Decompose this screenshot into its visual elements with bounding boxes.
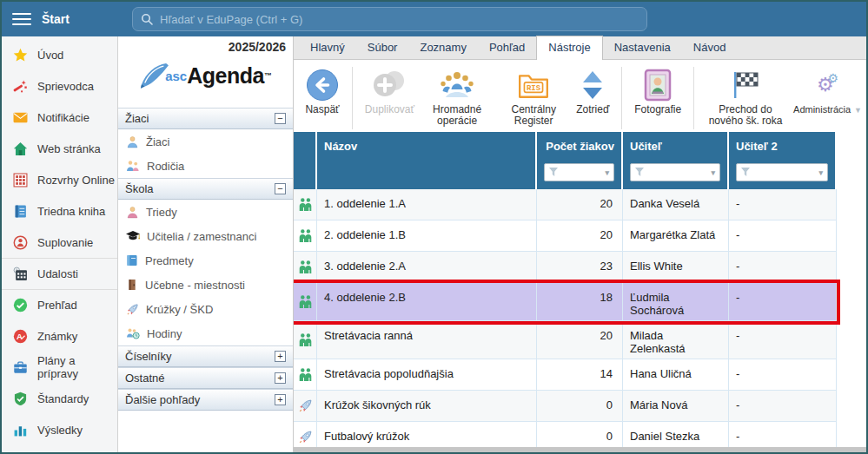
cell-count: 18	[537, 283, 623, 320]
sidebar-item-udalosti[interactable]: Udalosti	[2, 258, 117, 289]
hamburger-menu-icon[interactable]	[12, 10, 31, 29]
cell-count: 0	[537, 391, 623, 421]
data-grid: Názov Počet žiakov ▾ Učiteľ ▾ Učiteľ 2 ▾…	[294, 132, 866, 452]
header-pocet-ziakov[interactable]: Počet žiakov ▾	[537, 132, 623, 189]
sidebar-item-notifikacie[interactable]: Notifikácie	[2, 102, 117, 133]
sidebar-item-sprievodca[interactable]: Sprievodca	[2, 70, 117, 102]
tree-item-ziaci[interactable]: Žiaci	[118, 129, 293, 154]
table-row-selected[interactable]: 4. oddelenie 2.B 18 Ľudmila Sochárová -	[294, 283, 837, 321]
tab-zoznamy[interactable]: Zoznamy	[408, 36, 477, 59]
toolbar-divider	[621, 67, 622, 129]
horizontal-scrollbar[interactable]	[294, 447, 866, 452]
central-register-button[interactable]: RIS Centrálny Register	[495, 64, 572, 132]
tree-section-dalsie-pohlady[interactable]: Ďalšie pohľady+	[118, 389, 293, 411]
tab-hlavny[interactable]: Hlavný	[299, 36, 356, 59]
global-search[interactable]	[132, 7, 647, 31]
app-window: Štart Úvod Sprievodca Notifikácie Web st…	[0, 0, 868, 454]
cell-teacher: Milada Zelenkastá	[623, 321, 729, 359]
cell-teacher2: -	[729, 252, 837, 282]
calendar-clock-icon	[13, 266, 28, 281]
back-arrow-icon	[305, 68, 340, 102]
bulk-operations-button[interactable]: Hromadné operácie	[419, 64, 495, 132]
sidebar-item-triedna-kniha[interactable]: Triedna kniha	[2, 195, 117, 227]
cell-teacher: Mária Nová	[623, 391, 729, 421]
sidebar-item-rozvrhy-online[interactable]: Rozvrhy Online	[2, 164, 117, 195]
table-row[interactable]: 3. oddelenie 2.A 23 Ellis White -	[294, 252, 837, 283]
toolbar-divider	[693, 67, 694, 129]
header-ucitel-2[interactable]: Učiteľ 2 ▾	[729, 132, 837, 189]
sidebar-item-label: Rozvrhy Online	[37, 174, 115, 187]
tree-item-triedy[interactable]: Triedy	[118, 200, 293, 224]
filter-pocet-ziakov[interactable]: ▾	[544, 163, 614, 181]
collapse-toggle-icon[interactable]: −	[275, 113, 286, 124]
logo-agenda-text: Agenda	[187, 63, 264, 89]
duplicate-button[interactable]: Duplikovať	[361, 64, 419, 132]
tree-section-ziaci[interactable]: Žiaci−	[118, 108, 293, 129]
tree-section-skola[interactable]: Škola−	[118, 178, 293, 200]
cell-teacher2: -	[729, 359, 837, 390]
start-menu-label[interactable]: Štart	[42, 12, 70, 26]
photos-button[interactable]: Fotografie	[630, 64, 686, 132]
cell-teacher: Margarétka Zlatá	[623, 220, 729, 251]
sidebar-item-suplovanie[interactable]: Suplovanie	[2, 227, 117, 258]
tree-item-predmety[interactable]: Predmety	[118, 248, 293, 273]
expand-toggle-icon[interactable]: +	[275, 394, 286, 405]
filter-ucitel-2[interactable]: ▾	[736, 163, 828, 181]
tab-nastavenia[interactable]: Nastavenia	[603, 36, 682, 59]
expand-toggle-icon[interactable]: +	[275, 372, 286, 384]
tree-item-hodiny[interactable]: Hodiny	[118, 321, 293, 345]
ascagenda-logo: ascAgenda™	[118, 56, 293, 95]
tree-item-ucebne[interactable]: Učebne - miestnosti	[118, 273, 293, 297]
sort-triangles-icon	[581, 69, 604, 101]
group-icon	[294, 220, 317, 251]
tab-pohlad[interactable]: Pohľad	[478, 36, 536, 59]
table-row[interactable]: 1. oddelenie 1.A 20 Danka Veselá -	[294, 189, 837, 220]
cell-count: 23	[537, 252, 623, 282]
rocket-icon	[294, 391, 317, 421]
cell-count: 20	[537, 189, 623, 220]
table-row[interactable]: Stretávacia ranná 20 Milada Zelenkastá -	[294, 321, 837, 359]
tree-section-ostatne[interactable]: Ostatné+	[118, 367, 293, 389]
sidebar-item-vysledky[interactable]: Výsledky	[2, 414, 117, 445]
svg-text:A: A	[17, 332, 23, 341]
tab-subor[interactable]: Súbor	[356, 36, 409, 59]
tree-section-ciselniky[interactable]: Číselníky+	[118, 345, 293, 367]
tab-navod[interactable]: Návod	[682, 36, 738, 59]
sidebar-item-uvod[interactable]: Úvod	[2, 39, 117, 70]
sort-button[interactable]: Zotrieď	[572, 64, 613, 132]
header-ucitel[interactable]: Učiteľ ▾	[623, 132, 729, 189]
collapse-toggle-icon[interactable]: −	[275, 183, 286, 194]
timetable-grid-icon	[13, 173, 28, 188]
envelope-icon	[13, 111, 28, 124]
cell-name: Stretávacia popoludňajšia	[317, 359, 537, 390]
tab-nastroje[interactable]: Nástroje	[536, 36, 602, 60]
ribbon-toolbar: Naspäť Duplikovať Hromadné operácie RIS …	[294, 60, 866, 132]
administration-dropdown-button[interactable]: ⚙⚙ Administrácia▼	[789, 64, 866, 132]
sidebar-item-plany-a-pripravy[interactable]: Plány a prípravy	[2, 352, 117, 383]
tree-item-ucitelia[interactable]: Učitelia / zamestnanci	[118, 224, 293, 248]
sidebar-item-web-stranka[interactable]: Web stránka	[2, 133, 117, 164]
filter-ucitel[interactable]: ▾	[630, 163, 720, 181]
tree-item-rodicia[interactable]: Rodičia	[118, 154, 293, 178]
student-icon	[126, 135, 139, 148]
back-button[interactable]: Naspäť	[301, 64, 344, 132]
header-nazov[interactable]: Názov	[317, 132, 537, 189]
sidebar-item-znamky[interactable]: A Známky	[2, 320, 117, 352]
duplicate-icon	[369, 69, 409, 102]
house-icon	[13, 141, 28, 156]
sidebar-item-label: Výsledky	[37, 424, 83, 437]
expand-toggle-icon[interactable]: +	[275, 351, 286, 362]
table-row[interactable]: 2. oddelenie 1.B 20 Margarétka Zlatá -	[294, 220, 837, 252]
cell-teacher2: -	[729, 283, 837, 320]
cell-name: 3. oddelenie 2.A	[317, 252, 537, 282]
sidebar-item-label: Web stránka	[37, 142, 101, 155]
notebook-icon	[13, 204, 28, 219]
sidebar-item-prehlad[interactable]: Prehľad	[2, 289, 117, 320]
search-input[interactable]	[160, 13, 639, 26]
table-row[interactable]: Stretávacia popoludňajšia 14 Hana Uličná…	[294, 359, 837, 391]
table-row[interactable]: Krúžok šikovných rúk 0 Mária Nová -	[294, 391, 837, 422]
tree-item-kruzky-skd[interactable]: Krúžky / ŠKD	[118, 297, 293, 321]
cell-teacher2: -	[729, 220, 837, 251]
new-school-year-button[interactable]: Prechod do nového šk. roka	[702, 64, 789, 132]
sidebar-item-standardy[interactable]: Štandardy	[2, 383, 117, 414]
